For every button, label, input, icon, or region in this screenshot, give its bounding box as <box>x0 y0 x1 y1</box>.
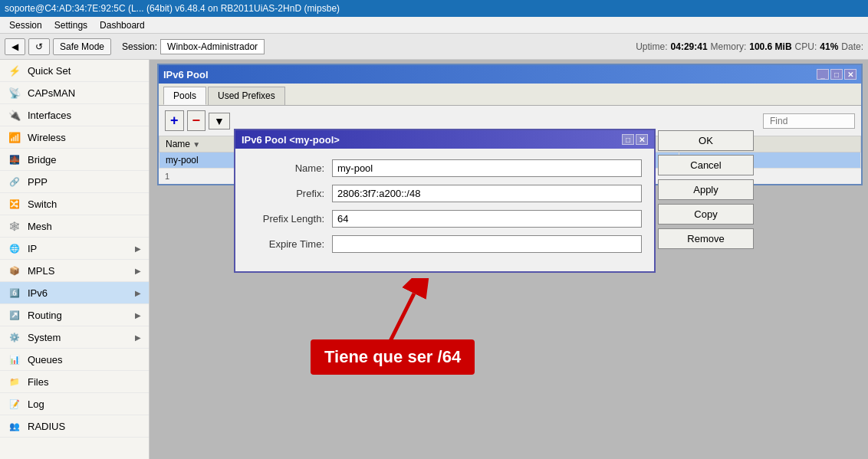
name-input[interactable] <box>332 159 642 177</box>
prefix-input[interactable] <box>332 185 642 202</box>
sidebar: Quick Set CAPsMAN Interfaces Wireless Br… <box>0 60 150 459</box>
sidebar-item-mesh[interactable]: Mesh <box>0 215 149 238</box>
sidebar-item-bridge[interactable]: Bridge <box>0 149 149 171</box>
apply-button[interactable]: Apply <box>658 179 754 200</box>
sidebar-label-mpls: MPLS <box>28 265 54 277</box>
sidebar-item-switch[interactable]: Switch <box>0 193 149 215</box>
sidebar-item-radius[interactable]: RADIUS <box>0 415 149 438</box>
ip-icon <box>8 241 21 255</box>
sidebar-label-routing: Routing <box>28 310 62 321</box>
mesh-icon <box>8 219 21 233</box>
routing-arrow-icon: ▶ <box>135 311 141 320</box>
menu-session[interactable]: Session <box>3 18 48 32</box>
bridge-icon <box>8 152 21 166</box>
find-input[interactable] <box>763 113 855 129</box>
annotation-box: Tiene que ser /64 <box>311 339 475 375</box>
switch-icon <box>8 197 21 211</box>
sidebar-label-log: Log <box>28 398 44 410</box>
dialog-window-controls: □ ✕ <box>622 134 648 145</box>
safe-mode-button[interactable]: Safe Mode <box>53 38 111 55</box>
sidebar-label-capsman: CAPsMAN <box>28 87 75 99</box>
add-button[interactable]: + <box>165 110 184 131</box>
caps-icon <box>8 86 21 100</box>
prefix-row: Prefix: <box>248 185 642 202</box>
sidebar-item-ip[interactable]: IP ▶ <box>0 238 149 260</box>
close-button[interactable]: ✕ <box>844 69 856 80</box>
radius-icon <box>8 419 21 433</box>
sidebar-label-queues: Queues <box>28 354 63 366</box>
maximize-button[interactable]: □ <box>830 69 843 80</box>
dialog-resize-button[interactable]: □ <box>622 134 634 145</box>
expire-time-row: Expire Time: <box>248 235 642 253</box>
ipv6-icon <box>8 286 21 300</box>
uptime-value: 04:29:41 <box>671 41 708 52</box>
back-button[interactable]: ◀ <box>5 38 25 55</box>
session-value: Winbox-Administrador <box>160 39 265 54</box>
cpu-value: 41% <box>820 41 838 52</box>
sidebar-item-queues[interactable]: Queues <box>0 349 149 371</box>
sidebar-item-files[interactable]: Files <box>0 371 149 393</box>
remove-button-dialog[interactable]: Remove <box>658 228 754 249</box>
interfaces-icon <box>8 108 21 122</box>
sidebar-label-switch: Switch <box>28 198 57 210</box>
routing-icon <box>8 308 21 322</box>
sidebar-item-wireless[interactable]: Wireless <box>0 126 149 149</box>
memory-label: Memory: <box>711 41 747 52</box>
files-icon <box>8 375 21 389</box>
minimize-button[interactable]: _ <box>817 69 829 80</box>
annotation-container: Tiene que ser /64 <box>341 278 433 357</box>
name-label: Name: <box>248 162 332 174</box>
ok-button[interactable]: OK <box>658 130 754 151</box>
memory-value: 100.6 MiB <box>749 41 791 52</box>
sidebar-item-routing[interactable]: Routing ▶ <box>0 304 149 326</box>
window-controls: _ □ ✕ <box>817 69 856 80</box>
sidebar-label-system: System <box>28 332 61 343</box>
menu-dashboard[interactable]: Dashboard <box>94 18 151 32</box>
dialog-title: IPv6 Pool <my-pool> □ ✕ <box>235 130 654 149</box>
sidebar-item-ipv6[interactable]: IPv6 ▶ <box>0 282 149 304</box>
sidebar-item-log[interactable]: Log <box>0 393 149 415</box>
main-layout: Quick Set CAPsMAN Interfaces Wireless Br… <box>0 60 868 459</box>
col-name-sort-icon: ▼ <box>192 140 200 149</box>
expire-time-label: Expire Time: <box>248 238 332 250</box>
log-icon <box>8 397 21 411</box>
dialog-buttons: OK Cancel Apply Copy Remove <box>658 130 754 249</box>
sidebar-item-mpls[interactable]: MPLS ▶ <box>0 260 149 282</box>
name-row: Name: <box>248 159 642 177</box>
sidebar-label-quick-set: Quick Set <box>28 65 71 77</box>
sidebar-item-system[interactable]: System ▶ <box>0 326 149 349</box>
prefix-length-row: Prefix Length: <box>248 210 642 228</box>
ipv6-pool-dialog: IPv6 Pool <my-pool> □ ✕ Name: Prefix: Pr… <box>234 129 656 273</box>
date-label: Date: <box>841 41 863 52</box>
remove-button[interactable]: − <box>187 110 206 131</box>
toolbar: ◀ ↺ Safe Mode Session: Winbox-Administra… <box>0 34 868 60</box>
mpls-arrow-icon: ▶ <box>135 267 141 275</box>
tab-pools[interactable]: Pools <box>163 87 206 105</box>
uptime-label: Uptime: <box>636 41 667 52</box>
sidebar-label-bridge: Bridge <box>28 154 57 166</box>
sidebar-label-ipv6: IPv6 <box>28 287 48 299</box>
tab-used-prefixes[interactable]: Used Prefixes <box>208 87 285 105</box>
menu-settings[interactable]: Settings <box>48 18 94 32</box>
copy-button[interactable]: Copy <box>658 204 754 225</box>
menu-bar: Session Settings Dashboard <box>0 17 868 34</box>
cpu-label: CPU: <box>795 41 817 52</box>
ipv6-pool-title: IPv6 Pool _ □ ✕ <box>159 65 861 84</box>
system-arrow-icon: ▶ <box>135 333 141 342</box>
cancel-button[interactable]: Cancel <box>658 155 754 175</box>
filter-button[interactable]: ▼ <box>209 113 230 130</box>
wireless-icon <box>8 130 21 144</box>
queues-icon <box>8 352 21 366</box>
refresh-button[interactable]: ↺ <box>28 38 50 55</box>
sidebar-item-interfaces[interactable]: Interfaces <box>0 104 149 126</box>
sidebar-item-capsman[interactable]: CAPsMAN <box>0 82 149 104</box>
sidebar-label-wireless: Wireless <box>28 132 66 143</box>
dialog-close-button[interactable]: ✕ <box>636 134 648 145</box>
prefix-length-input[interactable] <box>332 210 642 228</box>
sidebar-item-ppp[interactable]: PPP <box>0 171 149 193</box>
ipv6-arrow-icon: ▶ <box>135 289 141 297</box>
expire-time-input[interactable] <box>332 235 642 253</box>
quickset-icon <box>8 64 21 77</box>
content-area: IPv6 Pool _ □ ✕ Pools Used Prefixes + − … <box>150 60 868 459</box>
sidebar-item-quick-set[interactable]: Quick Set <box>0 60 149 82</box>
